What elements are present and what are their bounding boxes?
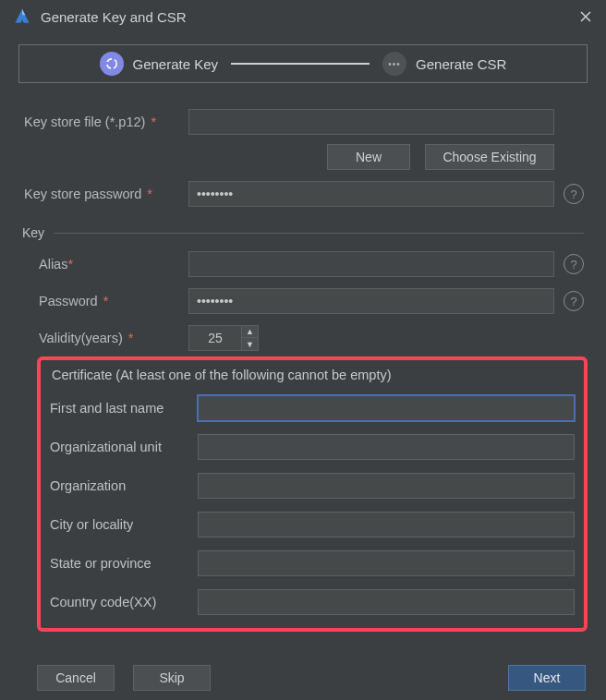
step-2-icon: ••• (382, 52, 406, 76)
dialog-footer: Cancel Skip Next (0, 665, 606, 691)
close-button[interactable] (575, 6, 597, 28)
label-password: Password* (22, 294, 188, 308)
key-section-header: Key (22, 225, 584, 240)
app-logo-icon (13, 7, 31, 26)
row-org-unit: Organizational unit (50, 434, 575, 460)
close-icon (579, 10, 592, 23)
step-1-label: Generate Key (133, 56, 219, 72)
label-validity: Validity(years)* (22, 331, 188, 345)
row-city: City or locality (50, 512, 575, 537)
country-code-input[interactable] (198, 589, 575, 615)
keystore-file-buttons: New Choose Existing (22, 144, 584, 170)
validity-stepper[interactable]: ▲ ▼ (188, 325, 259, 351)
org-unit-input[interactable] (198, 434, 575, 460)
key-section-label: Key (22, 225, 44, 240)
skip-button[interactable]: Skip (133, 665, 211, 691)
validity-input[interactable] (188, 325, 242, 351)
choose-existing-button[interactable]: Choose Existing (425, 144, 554, 170)
first-last-name-input[interactable] (198, 395, 575, 421)
dialog-title: Generate Key and CSR (41, 9, 575, 25)
label-city: City or locality (50, 517, 198, 532)
password-input[interactable] (188, 288, 554, 314)
org-input[interactable] (198, 473, 575, 499)
row-state: State or province (50, 550, 575, 576)
divider (54, 233, 584, 234)
row-password: Password* ? (22, 288, 584, 314)
help-icon[interactable]: ? (564, 184, 584, 204)
row-first-last: First and last name (50, 395, 575, 421)
label-country: Country code(XX) (50, 595, 198, 609)
step-2-label: Generate CSR (416, 56, 506, 72)
row-validity: Validity(years)* ▲ ▼ (22, 325, 584, 351)
help-icon[interactable]: ? (564, 254, 584, 274)
certificate-panel: Certificate (At least one of the followi… (37, 356, 588, 632)
keystore-file-input[interactable] (188, 109, 554, 135)
row-alias: Alias* ? (22, 251, 584, 277)
spin-down-icon[interactable]: ▼ (242, 338, 258, 350)
row-keystore-file: Key store file (*.p12)* (22, 109, 584, 135)
label-first-last: First and last name (50, 401, 198, 416)
row-keystore-password: Key store password* ? (22, 181, 584, 207)
keystore-password-input[interactable] (188, 181, 554, 207)
label-org: Organization (50, 478, 198, 493)
label-state: State or province (50, 556, 198, 571)
label-keystore-file: Key store file (*.p12)* (22, 115, 188, 129)
label-keystore-password: Key store password* (22, 187, 188, 201)
state-input[interactable] (198, 550, 575, 576)
city-input[interactable] (198, 512, 575, 537)
spin-up-icon[interactable]: ▲ (242, 326, 258, 338)
svg-point-0 (106, 59, 115, 68)
step-generate-csr: ••• Generate CSR (382, 52, 506, 76)
form-area: Key store file (*.p12)* New Choose Exist… (0, 94, 606, 351)
wizard-stepper: Generate Key ••• Generate CSR (18, 44, 588, 83)
next-button[interactable]: Next (508, 665, 586, 691)
new-button[interactable]: New (327, 144, 410, 170)
row-country: Country code(XX) (50, 589, 575, 615)
titlebar: Generate Key and CSR (0, 0, 606, 31)
certificate-title: Certificate (At least one of the followi… (52, 368, 575, 382)
alias-input[interactable] (188, 251, 554, 277)
cancel-button[interactable]: Cancel (37, 665, 115, 691)
help-icon[interactable]: ? (564, 291, 584, 311)
step-connector (231, 63, 370, 65)
row-org: Organization (50, 473, 575, 499)
label-alias: Alias* (22, 257, 188, 272)
step-1-icon (100, 52, 124, 76)
label-org-unit: Organizational unit (50, 440, 198, 454)
step-generate-key: Generate Key (100, 52, 219, 76)
